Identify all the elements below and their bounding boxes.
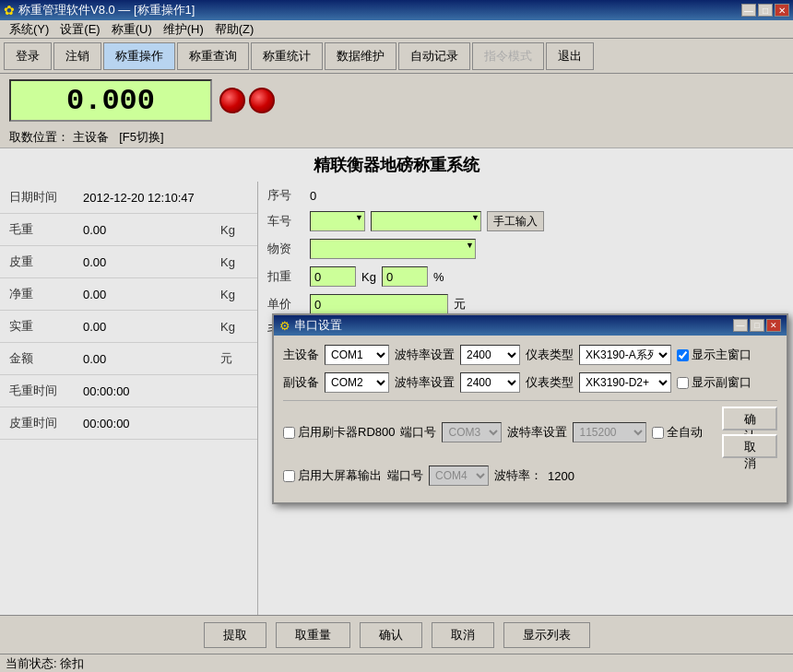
card-reader-baudrate-select[interactable]: 115200 xyxy=(573,422,646,442)
big-screen-port-label: 端口号 xyxy=(387,467,423,484)
sub-baudrate-label: 波特率设置 xyxy=(395,374,455,391)
dialog-action-buttons: 确认 取消 xyxy=(722,407,777,458)
card-reader-checkbox[interactable] xyxy=(283,427,295,439)
show-sub-window-checkbox[interactable] xyxy=(677,377,689,389)
auto-label: 全自动 xyxy=(652,424,703,441)
big-screen-baudrate-label: 波特率： xyxy=(494,467,542,484)
card-reader-port-select[interactable]: COM3 xyxy=(442,422,502,442)
card-reader-text: 启用刷卡器RD800 xyxy=(298,424,395,441)
big-screen-port-select[interactable]: COM4 xyxy=(429,466,489,486)
dialog-icon: ⚙ xyxy=(279,319,290,333)
dialog-minimize-btn[interactable]: — xyxy=(733,319,748,332)
big-screen-baudrate-value: 1200 xyxy=(548,469,574,483)
dialog-controls: — □ ✕ xyxy=(733,319,781,332)
sub-device-select[interactable]: COM2COM1COM3COM4 xyxy=(325,372,389,393)
show-main-window-label: 显示主窗口 xyxy=(677,347,752,363)
main-meter-type-label: 仪表类型 xyxy=(526,347,574,363)
main-device-select[interactable]: COM1COM2COM3COM4 xyxy=(325,345,389,365)
main-baudrate-label: 波特率设置 xyxy=(395,347,455,363)
main-meter-type-select[interactable]: XK3190-A系列XK3190-D2+ xyxy=(579,345,671,365)
card-reader-row: 启用刷卡器RD800 端口号 COM3 波特率设置 115200 全自动 确认 … xyxy=(283,407,777,458)
sub-device-row: 副设备 COM2COM1COM3COM4 波特率设置 240048009600 … xyxy=(283,372,777,393)
card-reader-baudrate-label: 波特率设置 xyxy=(507,424,567,441)
main-device-row: 主设备 COM1COM2COM3COM4 波特率设置 240048009600 … xyxy=(283,345,777,365)
dialog-separator-1 xyxy=(283,400,777,401)
big-screen-checkbox[interactable] xyxy=(283,470,295,482)
dialog-content: 主设备 COM1COM2COM3COM4 波特率设置 240048009600 … xyxy=(274,336,787,502)
show-main-window-checkbox[interactable] xyxy=(677,349,689,361)
auto-text: 全自动 xyxy=(667,424,703,441)
main-baudrate-select[interactable]: 240048009600 xyxy=(460,345,520,365)
dialog-close-btn[interactable]: ✕ xyxy=(766,319,781,332)
serial-port-dialog: ⚙ 串口设置 — □ ✕ 主设备 COM1COM2COM3COM4 波特率设置 … xyxy=(272,313,788,504)
sub-device-label: 副设备 xyxy=(283,374,319,391)
sub-meter-type-label: 仪表类型 xyxy=(526,374,574,391)
card-reader-label: 启用刷卡器RD800 xyxy=(283,424,395,441)
card-reader-port-label: 端口号 xyxy=(400,424,436,441)
big-screen-label: 启用大屏幕输出 xyxy=(283,467,382,484)
sub-meter-type-select[interactable]: XK3190-D2+XK3190-A系列 xyxy=(579,372,671,393)
main-device-label: 主设备 xyxy=(283,347,319,363)
dialog-maximize-btn[interactable]: □ xyxy=(750,319,764,332)
dialog-title: 串口设置 xyxy=(294,317,342,334)
dialog-title-bar: ⚙ 串口设置 — □ ✕ xyxy=(274,315,787,336)
big-screen-text: 启用大屏幕输出 xyxy=(298,467,382,484)
dialog-confirm-btn[interactable]: 确认 xyxy=(722,407,777,430)
show-sub-window-text: 显示副窗口 xyxy=(692,374,752,391)
big-screen-row: 启用大屏幕输出 端口号 COM4 波特率： 1200 xyxy=(283,466,777,486)
show-sub-window-label: 显示副窗口 xyxy=(677,374,752,391)
sub-baudrate-select[interactable]: 240048009600 xyxy=(460,372,520,393)
dialog-overlay: ⚙ 串口设置 — □ ✕ 主设备 COM1COM2COM3COM4 波特率设置 … xyxy=(0,0,793,672)
show-main-window-text: 显示主窗口 xyxy=(692,347,752,363)
auto-checkbox[interactable] xyxy=(652,427,664,439)
dialog-cancel-btn[interactable]: 取消 xyxy=(722,434,777,458)
